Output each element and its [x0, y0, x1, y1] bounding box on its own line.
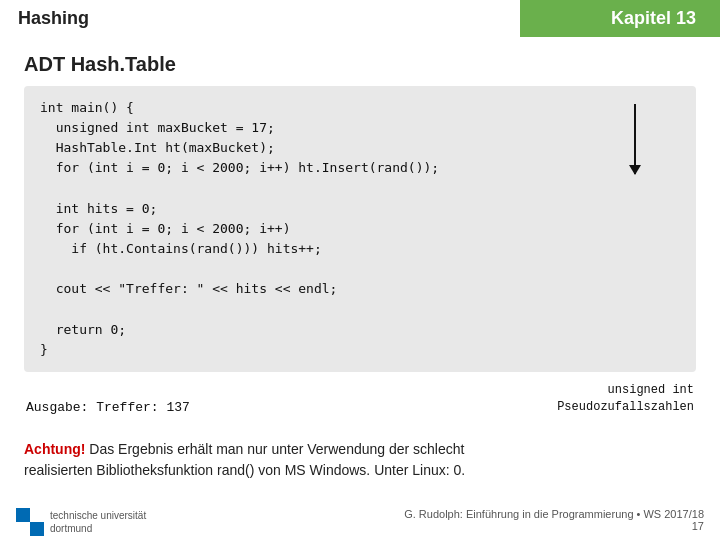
- code-block: int main() { unsigned int maxBucket = 17…: [24, 86, 696, 372]
- header: Hashing Kapitel 13: [0, 0, 720, 37]
- footer-inst-line1: technische universität: [50, 509, 146, 522]
- warning-text: Das Ergebnis erhält man nur unter Verwen…: [24, 441, 465, 478]
- svg-rect-0: [16, 508, 30, 522]
- footer-logo-area: technische universität dortmund: [16, 508, 146, 536]
- arrow-line: [634, 104, 636, 174]
- section-title: ADT Hash.Table: [24, 53, 696, 76]
- output-row: Ausgabe: Treffer: 137 unsigned int Pseud…: [24, 382, 696, 416]
- svg-rect-2: [16, 522, 30, 536]
- annotation-line1: unsigned int: [557, 382, 694, 399]
- header-chapter: Kapitel 13: [520, 0, 720, 37]
- annotation-line2: Pseudozufallszahlen: [557, 399, 694, 416]
- footer-page: 17: [404, 520, 704, 532]
- svg-rect-3: [30, 522, 44, 536]
- svg-rect-1: [30, 508, 44, 522]
- footer: G. Rudolph: Einführung in die Programmie…: [404, 508, 704, 532]
- warning-section: Achtung! Das Ergebnis erhält man nur unt…: [0, 433, 720, 481]
- tu-logo-icon: [16, 508, 44, 536]
- header-title: Hashing: [0, 0, 107, 37]
- output-label: Ausgabe: Treffer: 137: [26, 400, 190, 415]
- arrow-annotation: [634, 104, 636, 174]
- footer-institution: technische universität dortmund: [50, 509, 146, 535]
- main-content: ADT Hash.Table int main() { unsigned int…: [0, 37, 720, 433]
- code-text: int main() { unsigned int maxBucket = 17…: [40, 98, 680, 360]
- footer-author: G. Rudolph: Einführung in die Programmie…: [404, 508, 704, 520]
- footer-inst-line2: dortmund: [50, 522, 146, 535]
- annotation: unsigned int Pseudozufallszahlen: [557, 382, 694, 416]
- warning-bold: Achtung!: [24, 441, 85, 457]
